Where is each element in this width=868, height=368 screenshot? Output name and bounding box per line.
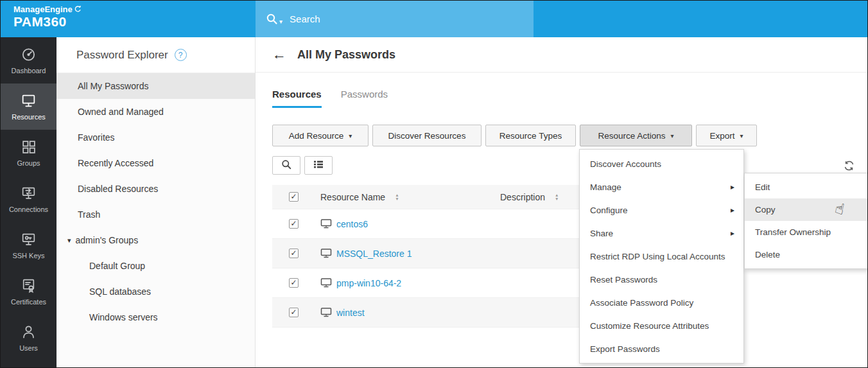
dashboard-icon bbox=[21, 46, 37, 62]
menu-item-associate-password-policy[interactable]: Associate Password Policy bbox=[580, 291, 743, 314]
resource-types-button[interactable]: Resource Types bbox=[485, 125, 576, 146]
brand-pam360: PAM360 bbox=[13, 14, 256, 30]
resource-link[interactable]: MSSQL_Restore 1 bbox=[336, 249, 412, 259]
brand-swirl-icon bbox=[74, 5, 81, 13]
caret-down-icon: ▾ bbox=[671, 132, 674, 139]
explorer-item-label: Windows servers bbox=[89, 312, 158, 322]
search-icon bbox=[281, 159, 291, 171]
main-nav-sidebar: Dashboard Resources Groups Connections bbox=[1, 37, 56, 367]
explorer-item-label: Trash bbox=[78, 209, 100, 220]
resource-link[interactable]: pmp-win10-64-2 bbox=[336, 278, 401, 288]
explorer-item-all-my-passwords[interactable]: All My Passwords bbox=[56, 73, 255, 99]
explorer-item-sql-databases[interactable]: SQL databases bbox=[56, 279, 255, 304]
explorer-item-label: Owned and Managed bbox=[78, 107, 164, 117]
submenu-item-delete[interactable]: Delete bbox=[745, 243, 867, 266]
submenu-item-edit[interactable]: Edit bbox=[745, 176, 867, 198]
row-checkbox[interactable]: ✓ bbox=[289, 308, 299, 317]
column-header-description[interactable]: Description bbox=[500, 192, 545, 202]
menu-item-restrict-rdp[interactable]: Restrict RDP Using Local Accounts bbox=[580, 245, 743, 268]
submenu-arrow-icon: ▸ bbox=[731, 229, 734, 238]
explorer-item-label: All My Passwords bbox=[78, 81, 148, 91]
sidebar-item-connections[interactable]: Connections bbox=[1, 176, 56, 222]
caret-down-icon: ▾ bbox=[349, 132, 352, 139]
menu-item-reset-passwords[interactable]: Reset Passwords bbox=[580, 268, 743, 291]
table-search-button[interactable] bbox=[272, 156, 300, 175]
submenu-item-transfer-ownership[interactable]: Transfer Ownership bbox=[745, 221, 867, 243]
sidebar-item-users[interactable]: Users bbox=[1, 315, 56, 361]
tab-passwords[interactable]: Passwords bbox=[341, 88, 388, 108]
sidebar-item-resources[interactable]: Resources bbox=[1, 83, 56, 130]
sidebar-item-ssh-keys[interactable]: SSH Keys bbox=[1, 222, 56, 268]
search-scope-caret-icon[interactable]: ▾ bbox=[279, 19, 282, 25]
global-search[interactable]: ▾ Search bbox=[256, 1, 534, 37]
explorer-item-windows-servers[interactable]: Windows servers bbox=[56, 304, 255, 330]
submenu-arrow-icon: ▸ bbox=[731, 206, 734, 215]
caret-down-icon: ▾ bbox=[740, 132, 743, 139]
menu-item-configure[interactable]: Configure ▸ bbox=[580, 198, 743, 222]
resource-link[interactable]: wintest bbox=[336, 308, 365, 318]
submenu-arrow-icon: ▸ bbox=[731, 182, 734, 191]
menu-item-export-passwords[interactable]: Export Passwords bbox=[580, 337, 743, 360]
tree-expanded-icon[interactable]: ▾ bbox=[67, 236, 71, 245]
explorer-item-owned-and-managed[interactable]: Owned and Managed bbox=[56, 99, 255, 125]
monitor-icon bbox=[320, 219, 332, 229]
topbar-spacer bbox=[534, 1, 867, 37]
sort-icon[interactable]: ▲▼ bbox=[555, 193, 559, 201]
explorer-item-disabled-resources[interactable]: Disabled Resources bbox=[56, 176, 255, 202]
sidebar-item-label: Groups bbox=[17, 159, 40, 167]
brand-manageengine: ManageEngine bbox=[13, 5, 73, 13]
sidebar-item-label: SSH Keys bbox=[12, 252, 44, 259]
row-checkbox[interactable]: ✓ bbox=[289, 249, 299, 258]
explorer-item-recently-accessed[interactable]: Recently Accessed bbox=[56, 150, 255, 176]
table-controls bbox=[256, 146, 867, 175]
resource-actions-menu: Discover Accounts Manage ▸ Configure ▸ S… bbox=[579, 149, 744, 364]
column-header-resource-name[interactable]: Resource Name bbox=[320, 192, 385, 202]
ssh-keys-icon bbox=[21, 231, 37, 247]
certificates-icon bbox=[21, 277, 37, 294]
explorer-header: Password Explorer ? bbox=[56, 37, 255, 73]
sidebar-item-certificates[interactable]: Certificates bbox=[1, 268, 56, 315]
help-icon[interactable]: ? bbox=[175, 49, 187, 61]
menu-item-manage[interactable]: Manage ▸ bbox=[580, 175, 743, 198]
explorer-item-favorites[interactable]: Favorites bbox=[56, 125, 255, 150]
main-content: ← All My Passwords Resources Passwords A… bbox=[256, 37, 867, 367]
row-checkbox[interactable]: ✓ bbox=[289, 219, 299, 229]
explorer-item-label: Disabled Resources bbox=[78, 184, 158, 194]
tab-label: Resources bbox=[272, 89, 322, 100]
export-button[interactable]: Export ▾ bbox=[696, 125, 757, 146]
sidebar-item-label: Resources bbox=[12, 113, 46, 121]
password-explorer-panel: Password Explorer ? All My Passwords Own… bbox=[56, 37, 256, 367]
back-arrow-icon[interactable]: ← bbox=[272, 48, 286, 62]
explorer-item-default-group[interactable]: Default Group bbox=[56, 253, 255, 279]
resources-icon bbox=[21, 92, 37, 109]
search-placeholder: Search bbox=[290, 13, 320, 24]
menu-item-discover-accounts[interactable]: Discover Accounts bbox=[580, 152, 743, 175]
explorer-item-trash[interactable]: Trash bbox=[56, 202, 255, 227]
monitor-icon bbox=[320, 308, 332, 317]
sidebar-item-dashboard[interactable]: Dashboard bbox=[1, 37, 56, 83]
brand-logo[interactable]: ManageEngine PAM360 bbox=[1, 1, 256, 37]
row-checkbox[interactable]: ✓ bbox=[289, 278, 299, 288]
menu-item-customize-resource-attributes[interactable]: Customize Resource Attributes bbox=[580, 314, 743, 337]
refresh-icon[interactable] bbox=[844, 161, 855, 171]
menu-item-share[interactable]: Share ▸ bbox=[580, 222, 743, 245]
groups-icon bbox=[21, 139, 37, 155]
connections-icon bbox=[21, 185, 37, 201]
select-all-checkbox[interactable]: ✓ bbox=[289, 192, 299, 202]
sort-icon[interactable]: ▲▼ bbox=[395, 193, 399, 201]
column-chooser-button[interactable] bbox=[304, 156, 333, 175]
submenu-item-copy[interactable]: Copy bbox=[745, 198, 867, 221]
sidebar-item-label: Connections bbox=[9, 206, 48, 213]
monitor-icon bbox=[320, 278, 332, 288]
tab-bar: Resources Passwords bbox=[256, 73, 867, 108]
tab-resources[interactable]: Resources bbox=[272, 88, 322, 108]
resource-actions-button[interactable]: Resource Actions ▾ bbox=[580, 125, 692, 146]
discover-resources-button[interactable]: Discover Resources bbox=[372, 125, 482, 146]
top-header: ManageEngine PAM360 ▾ Search bbox=[1, 1, 867, 37]
sidebar-item-groups[interactable]: Groups bbox=[1, 130, 56, 176]
explorer-group-admins-groups[interactable]: ▾ admin's Groups bbox=[56, 227, 255, 253]
monitor-icon bbox=[320, 249, 332, 258]
explorer-group-label: admin's Groups bbox=[76, 235, 139, 245]
add-resource-button[interactable]: Add Resource ▾ bbox=[272, 125, 369, 146]
resource-link[interactable]: centos6 bbox=[336, 219, 368, 229]
